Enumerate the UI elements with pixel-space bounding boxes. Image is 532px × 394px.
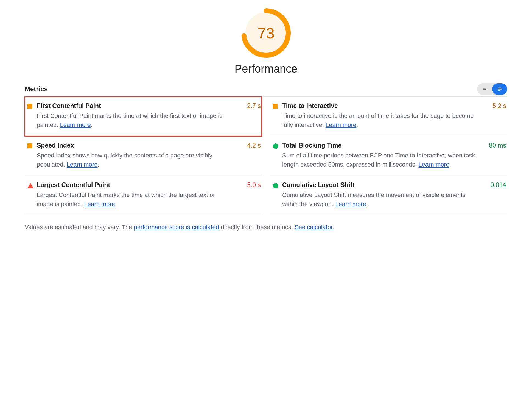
metric-value: 0.014 (480, 181, 507, 209)
metric-card-speed-index: Speed IndexSpeed Index shows how quickly… (25, 136, 262, 176)
square-average-icon (273, 104, 278, 109)
metric-value: 2.7 s (234, 102, 262, 129)
performance-header: 73 Performance (25, 8, 507, 75)
expanded-lines-icon (497, 87, 503, 91)
metric-value: 5.0 s (234, 181, 262, 209)
metrics-header: Metrics (25, 83, 507, 97)
metric-status-icon (25, 181, 37, 209)
learn-more-link[interactable]: Learn more (419, 161, 450, 168)
metric-description: Time to interactive is the amount of tim… (282, 111, 477, 129)
metric-title: First Contentful Paint (37, 102, 231, 110)
metric-card-cumulative-layout-shift: Cumulative Layout ShiftCumulative Layout… (270, 176, 507, 215)
metric-body: Largest Contentful PaintLargest Contentf… (37, 181, 234, 209)
metric-value: 5.2 s (480, 102, 507, 129)
svg-rect-5 (498, 89, 502, 89)
metric-description: Speed Index shows how quickly the conten… (37, 151, 231, 169)
metric-card-total-blocking-time: Total Blocking TimeSum of all time perio… (270, 136, 507, 176)
svg-rect-3 (483, 89, 486, 90)
metric-body: Time to InteractiveTime to interactive i… (282, 102, 480, 129)
metric-status-icon (25, 102, 37, 129)
compact-lines-icon (482, 87, 487, 91)
view-toggle-compact[interactable] (477, 83, 492, 95)
metric-body: Total Blocking TimeSum of all time perio… (282, 142, 480, 169)
metric-status-icon (270, 102, 282, 129)
metrics-grid: First Contentful PaintFirst Contentful P… (25, 97, 507, 215)
metric-title: Total Blocking Time (282, 142, 477, 149)
learn-more-link[interactable]: Learn more (335, 201, 366, 207)
metric-body: First Contentful PaintFirst Contentful P… (37, 102, 234, 129)
metric-description: First Contentful Paint marks the time at… (37, 111, 231, 129)
circle-good-icon (273, 143, 278, 149)
metric-title: Time to Interactive (282, 102, 477, 110)
footer-link-calculator[interactable]: See calculator. (295, 224, 334, 231)
circle-good-icon (273, 183, 278, 188)
metric-status-icon (270, 142, 282, 169)
score-value: 73 (241, 8, 291, 58)
square-average-icon (27, 104, 32, 109)
metric-status-icon (25, 142, 37, 169)
learn-more-link[interactable]: Learn more (60, 121, 91, 128)
footer-mid: directly from these metrics. (221, 224, 295, 231)
metric-status-icon (270, 181, 282, 209)
metric-description: Largest Contentful Paint marks the time … (37, 190, 231, 209)
metric-value: 4.2 s (234, 142, 262, 169)
metric-title: Cumulative Layout Shift (282, 181, 477, 189)
metric-body: Cumulative Layout ShiftCumulative Layout… (282, 181, 480, 209)
metric-description: Cumulative Layout Shift measures the mov… (282, 190, 477, 209)
footer-link-calculation[interactable]: performance score is calculated (134, 224, 219, 231)
metrics-heading: Metrics (25, 85, 48, 93)
metric-card-first-contentful-paint: First Contentful PaintFirst Contentful P… (25, 97, 262, 136)
learn-more-link[interactable]: Learn more (326, 121, 357, 128)
view-toggle[interactable] (477, 83, 507, 95)
metric-title: Speed Index (37, 142, 231, 149)
score-gauge: 73 (241, 8, 291, 58)
metric-title: Largest Contentful Paint (37, 181, 231, 189)
svg-rect-4 (498, 88, 501, 88)
metric-value: 80 ms (480, 142, 507, 169)
svg-rect-2 (483, 88, 485, 88)
metric-card-largest-contentful-paint: Largest Contentful PaintLargest Contentf… (25, 176, 262, 215)
metric-description: Sum of all time periods between FCP and … (282, 151, 477, 169)
page-title: Performance (235, 63, 298, 75)
svg-rect-6 (498, 90, 500, 91)
learn-more-link[interactable]: Learn more (67, 161, 98, 168)
view-toggle-expanded[interactable] (492, 83, 507, 95)
footer-prefix: Values are estimated and may vary. The (25, 224, 134, 231)
metric-body: Speed IndexSpeed Index shows how quickly… (37, 142, 234, 169)
footer-note: Values are estimated and may vary. The p… (25, 224, 507, 231)
metric-card-time-to-interactive: Time to InteractiveTime to interactive i… (270, 97, 507, 136)
triangle-poor-icon (27, 183, 33, 188)
square-average-icon (27, 143, 32, 148)
learn-more-link[interactable]: Learn more (84, 201, 115, 207)
